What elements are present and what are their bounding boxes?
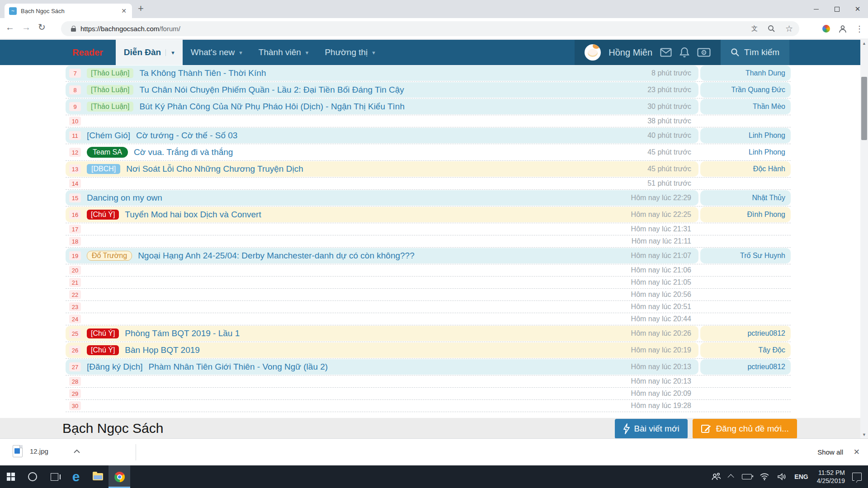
speaker-icon[interactable] — [773, 473, 790, 480]
table-row: 15 Dancing on my own Hôm nay lúc 22:29 N… — [66, 190, 791, 206]
thread-prefix[interactable]: [Đăng ký Dịch] — [87, 362, 143, 372]
post-new-thread-button[interactable]: Đăng chủ đề mới... — [693, 419, 797, 439]
taskbar-clock[interactable]: 11:52 PM 4/25/2019 — [812, 469, 849, 485]
people-icon[interactable] — [707, 473, 725, 481]
tab-close-icon[interactable]: ✕ — [120, 7, 127, 14]
system-tray: ENG 11:52 PM 4/25/2019 — [707, 465, 868, 488]
wifi-icon[interactable] — [756, 473, 773, 480]
address-bar[interactable]: https://bachngocsach.com/forum/ 文 ☆ — [61, 21, 799, 36]
scrollbar-up-icon[interactable]: ▲ — [860, 40, 868, 47]
thread-title-link[interactable]: Cờ tướng - Cờ thế - Số 03 — [136, 131, 237, 141]
nav-menu-what-s-new[interactable]: What's new ▾ — [183, 40, 250, 65]
thread-title-link[interactable]: Cờ vua. Trắng đi và thắng — [134, 147, 233, 157]
thread-title-link[interactable]: Phòng Tám BQT 2019 - Lầu 1 — [125, 328, 240, 338]
language-indicator[interactable]: ENG — [790, 473, 812, 480]
scrollbar-down-icon[interactable]: ▼ — [860, 431, 868, 438]
tab-title: Bạch Ngọc Sách — [21, 8, 120, 14]
scrollbar-thumb[interactable] — [861, 77, 867, 140]
task-view-icon[interactable] — [43, 465, 65, 488]
back-button[interactable]: ← — [5, 22, 14, 33]
menu-kebab-icon[interactable]: ⋮ — [855, 24, 863, 34]
file-explorer-icon[interactable] — [87, 465, 108, 488]
action-center-icon[interactable] — [852, 473, 862, 481]
thread-badge[interactable]: [Thảo Luận] — [87, 102, 133, 112]
thread-time: 38 phút trước — [647, 117, 698, 125]
thread-main-cell: 13 [DBCH] Nơi Soát Lỗi Cho Những Chương … — [66, 161, 698, 177]
thread-author-link[interactable]: Độc Hành — [700, 161, 791, 177]
profile-icon[interactable] — [838, 24, 847, 33]
thread-author-link[interactable]: Thần Mèo — [700, 99, 791, 114]
thread-time: Hôm nay lúc 20:13 — [631, 377, 698, 385]
reader-link[interactable]: Reader — [72, 47, 103, 58]
downloads-close-icon[interactable]: ✕ — [854, 447, 860, 457]
thread-badge[interactable]: [Thảo Luận] — [87, 68, 133, 78]
table-row: 10 38 phút trước — [66, 115, 791, 127]
thread-badge[interactable]: Đổ Trường — [87, 251, 132, 261]
table-row: 25 [Chú Ý] Phòng Tám BQT 2019 - Lầu 1 Hô… — [66, 325, 791, 342]
thread-author-link[interactable]: Tây Độc — [700, 343, 791, 358]
zoom-icon[interactable] — [768, 25, 775, 33]
chevron-up-icon[interactable] — [74, 449, 80, 453]
padlock-icon[interactable] — [71, 26, 76, 32]
thread-badge[interactable]: [DBCH] — [87, 164, 120, 174]
thread-author-link[interactable]: pctrieu0812 — [700, 326, 791, 341]
nav-menu-di-n-n[interactable]: Diễn Đàn ▾ — [116, 40, 183, 65]
nav-menu-th-nh-vi-n[interactable]: Thành viên ▾ — [250, 40, 317, 65]
thread-title-link[interactable]: Ta Không Thành Tiên - Thời Kính — [139, 68, 266, 78]
thread-badge[interactable]: [Chú Ý] — [87, 210, 119, 220]
thread-author-link[interactable]: Trố Sư Huynh — [700, 248, 791, 263]
thread-time: Hôm nay lúc 20:19 — [631, 346, 698, 354]
thread-author-link[interactable]: pctrieu0812 — [700, 359, 791, 375]
chrome-icon[interactable] — [108, 465, 130, 488]
thread-title-link[interactable]: Tu Chân Nói Chuyện Phiếm Quần - Lầu 2: Đ… — [139, 85, 404, 95]
browser-tab[interactable]: ~ Bạch Ngọc Sách ✕ — [5, 4, 132, 18]
battery-icon[interactable] — [738, 474, 756, 479]
extension-icon[interactable] — [822, 25, 830, 33]
mail-icon[interactable] — [660, 48, 672, 57]
thread-author-link[interactable]: Thanh Dung — [700, 66, 791, 81]
thread-title-link[interactable]: Bút Ký Phản Công Của Nữ Phụ Pháo Hôi (Dị… — [139, 102, 405, 112]
thread-author-link[interactable]: Linh Phong — [700, 145, 791, 160]
thread-author-link[interactable]: Nhật Thủy — [700, 190, 791, 206]
window-restore-button[interactable] — [826, 0, 847, 18]
table-row: 17 Hôm nay lúc 21:31 — [66, 223, 791, 235]
thread-title-link[interactable]: Dancing on my own — [87, 193, 162, 203]
nav-menu-ph-ng-th-[interactable]: Phường thị ▾ — [316, 40, 383, 65]
tray-chevron-icon[interactable] — [725, 474, 738, 479]
lightning-icon — [623, 423, 630, 434]
thread-author-link[interactable]: Linh Phong — [700, 128, 791, 143]
window-minimize-button[interactable] — [806, 0, 826, 18]
cortana-icon[interactable] — [22, 465, 43, 488]
thread-title-link[interactable]: Bàn Họp BQT 2019 — [125, 345, 199, 355]
search-button[interactable]: Tìm kiếm — [721, 40, 789, 65]
translate-icon[interactable]: 文 — [751, 25, 758, 33]
thread-main-cell: 11 [Chém Gió] Cờ tướng - Cờ thế - Số 03 … — [66, 128, 698, 143]
thread-author-link[interactable]: Đình Phong — [700, 207, 791, 222]
page-scrollbar[interactable]: ▲ ▼ — [860, 40, 868, 438]
thread-badge[interactable]: [Thảo Luận] — [87, 85, 133, 95]
bell-icon[interactable] — [679, 47, 689, 58]
thread-prefix[interactable]: [Chém Gió] — [87, 131, 130, 141]
username[interactable]: Hồng Miên — [609, 47, 652, 58]
show-all-button[interactable]: Show all — [817, 448, 843, 456]
thread-title-link[interactable]: Phàm Nhân Tiên Giới Thiên - Vong Ngữ (lầ… — [149, 362, 328, 372]
thread-badge[interactable]: [Chú Ý] — [87, 328, 119, 338]
new-tab-button[interactable]: + — [138, 3, 144, 14]
thread-title-link[interactable]: Nơi Soát Lỗi Cho Những Chương Truyện Dịc… — [126, 164, 303, 174]
thread-badge[interactable]: Team SA — [87, 147, 128, 158]
thread-title-link[interactable]: Tuyển Mod hai box Dịch và Convert — [125, 210, 261, 220]
bookmark-star-icon[interactable]: ☆ — [785, 23, 793, 34]
thread-author-link[interactable]: Trần Quang Đức — [700, 82, 791, 98]
window-close-button[interactable]: ✕ — [847, 0, 868, 18]
avatar[interactable] — [585, 44, 601, 61]
start-button[interactable] — [0, 465, 22, 488]
new-posts-button[interactable]: Bài viết mới — [615, 419, 688, 439]
edge-icon[interactable]: e — [65, 465, 87, 488]
thread-badge[interactable]: [Chú Ý] — [87, 345, 119, 355]
download-item[interactable]: 12.jpg — [13, 445, 80, 457]
forward-button[interactable]: → — [22, 22, 31, 33]
reload-button[interactable]: ↻ — [38, 22, 46, 33]
money-icon[interactable] — [697, 48, 711, 57]
thread-title-link[interactable]: Ngoại Hạng Anh 24-25/04: Derby Mancheste… — [138, 251, 415, 261]
thread-main-cell: 21 Hôm nay lúc 21:05 — [66, 277, 698, 288]
